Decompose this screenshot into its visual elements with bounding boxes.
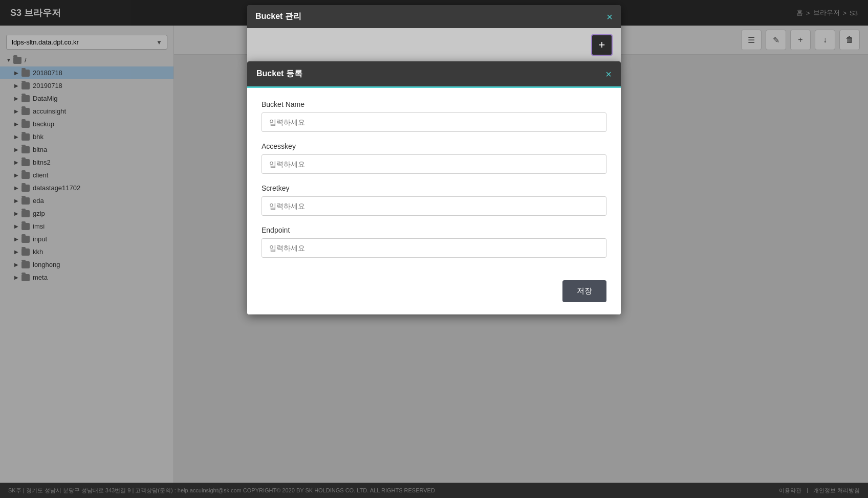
scretkey-input[interactable] <box>262 196 606 216</box>
bucket-management-modal: Bucket 관리 × + <box>247 5 621 62</box>
bucket-add-icon: + <box>599 38 605 52</box>
scretkey-label: Scretkey <box>262 184 606 192</box>
accesskey-input[interactable] <box>262 154 606 174</box>
endpoint-group: Endpoint <box>262 226 606 258</box>
bucket-register-header: Bucket 등록 × <box>247 61 621 88</box>
bucket-name-input[interactable] <box>262 112 606 132</box>
scretkey-group: Scretkey <box>262 184 606 216</box>
bucket-register-title: Bucket 등록 <box>256 69 302 79</box>
bucket-name-label: Bucket Name <box>262 100 606 108</box>
endpoint-input[interactable] <box>262 238 606 258</box>
bucket-register-close-button[interactable]: × <box>605 69 612 79</box>
bucket-register-body: Bucket Name Accesskey Scretkey Endpoint <box>247 88 621 280</box>
bucket-management-title: Bucket 관리 <box>255 11 301 22</box>
accesskey-group: Accesskey <box>262 142 606 174</box>
bucket-management-header: Bucket 관리 × <box>247 5 621 28</box>
bucket-name-group: Bucket Name <box>262 100 606 132</box>
bucket-register-footer: 저장 <box>247 280 621 314</box>
bucket-register-modal: Bucket 등록 × Bucket Name Accesskey Scretk… <box>247 61 621 314</box>
accesskey-label: Accesskey <box>262 142 606 150</box>
save-button[interactable]: 저장 <box>562 280 606 302</box>
endpoint-label: Endpoint <box>262 226 606 234</box>
bucket-add-button[interactable]: + <box>591 34 613 56</box>
bucket-management-close-button[interactable]: × <box>606 12 613 22</box>
bucket-management-body: + <box>247 28 621 62</box>
